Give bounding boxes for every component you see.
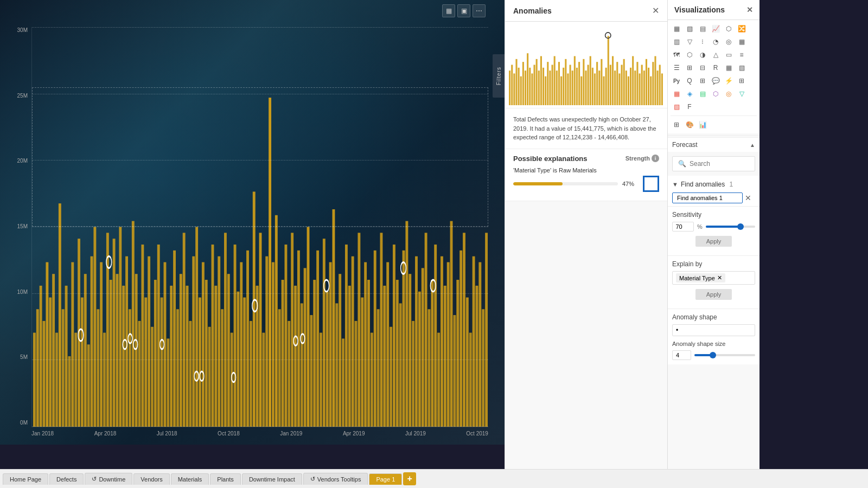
svg-rect-182 — [560, 76, 562, 105]
viz-custom2[interactable]: ◈ — [684, 88, 695, 100]
sensitivity-slider[interactable] — [706, 226, 755, 228]
viz-panel-close[interactable]: ✕ — [746, 5, 753, 14]
add-tab-button[interactable]: + — [403, 472, 416, 485]
sensitivity-apply-button[interactable]: Apply — [695, 236, 732, 247]
viz-multi-row[interactable]: ≡ — [736, 49, 748, 61]
viz-custom3[interactable]: ▤ — [697, 88, 709, 100]
y-label-20m: 20M — [17, 158, 28, 164]
tag-remove[interactable]: ✕ — [717, 274, 722, 281]
viz-gauge[interactable]: ◑ — [697, 49, 709, 61]
viz-scatter[interactable]: ⁝ — [697, 36, 709, 48]
anomalies-close-button[interactable]: ✕ — [652, 5, 659, 16]
x-label-apr2019: Apr 2019 — [343, 431, 365, 436]
viz-custom1[interactable]: ▦ — [671, 88, 682, 100]
anomaly-shape-input[interactable] — [672, 324, 755, 336]
viz-qna[interactable]: Q — [684, 75, 695, 87]
svg-rect-223 — [652, 62, 654, 105]
sensitivity-input[interactable] — [672, 222, 694, 232]
tab-home-page[interactable]: Home Page — [3, 473, 48, 485]
viz-donut[interactable]: ◎ — [723, 36, 735, 48]
viz-fields-icon[interactable]: ⊞ — [671, 119, 682, 131]
find-anomalies-input[interactable] — [672, 192, 743, 203]
sensitivity-label: Sensitivity — [672, 211, 755, 219]
viz-table[interactable]: ⊞ — [684, 62, 695, 74]
viz-treemap[interactable]: ▦ — [736, 36, 748, 48]
strength-bar-track — [513, 182, 618, 185]
svg-rect-201 — [603, 76, 604, 105]
viz-custom8[interactable]: F — [684, 101, 695, 113]
viz-area-chart[interactable]: ⬡ — [723, 23, 735, 35]
viz-analytics-icon[interactable]: 📊 — [697, 119, 709, 131]
viz-matrix[interactable]: ⊟ — [697, 62, 709, 74]
viz-slicer[interactable]: ☰ — [671, 62, 682, 74]
bottom-tabs: Home Page Defects ↺ Downtime Vendors Mat… — [0, 469, 868, 488]
filters-tab[interactable]: Filters — [493, 54, 505, 98]
explain-by-apply-button[interactable]: Apply — [695, 289, 732, 300]
viz-ribbon[interactable]: 🔀 — [736, 23, 748, 35]
viz-bar-chart[interactable]: ▤ — [697, 23, 709, 35]
tab-page-1[interactable]: Page 1 — [369, 473, 402, 485]
svg-rect-208 — [618, 73, 620, 105]
explain-by-section: Explain by Material Type ✕ Apply — [668, 255, 760, 309]
viz-decomp-tree[interactable]: ⊞ — [697, 75, 709, 87]
viz-custom5[interactable]: ◎ — [723, 88, 735, 100]
y-label-5m: 5M — [20, 354, 28, 360]
anomalies-panel-header: Anomalies ✕ — [505, 0, 667, 22]
svg-rect-163 — [518, 68, 520, 105]
find-anomalies-header[interactable]: ▼ Find anomalies 1 — [672, 178, 755, 190]
viz-grid-icon[interactable]: ⊞ — [736, 75, 748, 87]
tab-vendors[interactable]: Vendors — [133, 473, 169, 485]
svg-rect-169 — [531, 73, 533, 105]
viz-python[interactable]: Py — [671, 75, 682, 87]
more-button[interactable]: ⋯ — [473, 4, 486, 17]
viz-custom7[interactable]: ▧ — [671, 101, 682, 113]
tab-downtime-impact[interactable]: Downtime Impact — [242, 473, 302, 485]
viz-stacked-bar[interactable]: ▦ — [671, 23, 682, 35]
size-slider[interactable] — [694, 354, 755, 356]
y-label-10m: 10M — [17, 289, 28, 295]
viz-pie[interactable]: ◔ — [710, 36, 722, 48]
viz-line-chart[interactable]: 📈 — [710, 23, 722, 35]
viz-funnel[interactable]: ▽ — [684, 36, 695, 48]
filters-label: Filters — [496, 67, 502, 85]
viz-smart[interactable]: ⚡ — [723, 75, 735, 87]
viz-filled-map[interactable]: ⬡ — [684, 49, 695, 61]
chart-toolbar: ▦ ▣ ⋯ — [442, 4, 486, 17]
viz-format-icon[interactable]: 🎨 — [684, 119, 695, 131]
viz-more2[interactable]: ▧ — [736, 62, 748, 74]
x-label-jul2019: Jul 2019 — [405, 431, 426, 436]
search-input[interactable] — [690, 160, 760, 168]
svg-rect-196 — [592, 68, 593, 105]
viz-r-visual[interactable]: R — [710, 62, 722, 74]
find-anomalies-close[interactable]: ✕ — [745, 194, 751, 202]
anomaly-shape-label: Anomaly shape — [672, 313, 755, 321]
viz-clustered-bar[interactable]: ▧ — [684, 23, 695, 35]
filter-button[interactable]: ▦ — [442, 4, 455, 17]
viz-kpi[interactable]: △ — [710, 49, 722, 61]
tab-plants[interactable]: Plants — [210, 473, 241, 485]
viz-chat[interactable]: 💬 — [710, 75, 722, 87]
tab-defects[interactable]: Defects — [49, 473, 84, 485]
viz-custom4[interactable]: ⬡ — [710, 88, 722, 100]
strength-selector[interactable] — [643, 176, 659, 192]
viz-waterfall[interactable]: ▥ — [671, 36, 682, 48]
tab-vendors-tooltips[interactable]: ↺ Vendors Tooltips — [303, 473, 368, 485]
tab-vendors-label: Vendors — [141, 476, 162, 483]
viz-custom6[interactable]: ▽ — [736, 88, 748, 100]
expand-button[interactable]: ▣ — [457, 4, 470, 17]
strength-bar-container: 47% — [513, 176, 659, 192]
explain-by-input[interactable]: Material Type ✕ — [672, 271, 755, 285]
svg-rect-227 — [661, 73, 663, 105]
tab-downtime[interactable]: ↺ Downtime — [85, 473, 132, 485]
visualizations-panel: Visualizations ✕ ▦ ▧ ▤ 📈 ⬡ 🔀 ▥ ▽ ⁝ ◔ ◎ ▦… — [667, 0, 760, 469]
forecast-row[interactable]: Forecast ▲ — [668, 137, 760, 152]
tab-materials[interactable]: Materials — [171, 473, 209, 485]
svg-rect-186 — [570, 65, 571, 106]
viz-card[interactable]: ▭ — [723, 49, 735, 61]
search-box[interactable]: 🔍 — [672, 156, 755, 171]
viz-map[interactable]: 🗺 — [671, 49, 682, 61]
anomaly-shape-size-input[interactable] — [672, 350, 691, 360]
tab-downtime-icon: ↺ — [92, 476, 97, 483]
svg-rect-172 — [538, 70, 540, 105]
viz-more1[interactable]: ▦ — [723, 62, 735, 74]
